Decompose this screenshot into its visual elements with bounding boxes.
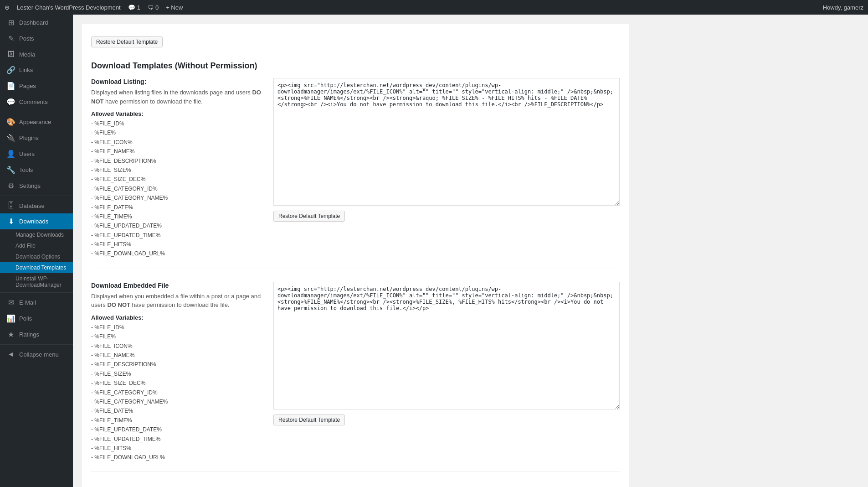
admin-bar: ⊕ Lester Chan's WordPress Development 💬 … (0, 0, 868, 15)
polls-icon: 📊 (6, 314, 15, 323)
submenu-label-download-templates: Download Templates (15, 264, 66, 271)
template-left-listing: Download Listing: Displayed when listing… (91, 78, 264, 259)
sidebar-label-polls: Polls (19, 315, 32, 322)
sidebar-separator-4 (0, 344, 73, 345)
tools-icon: 🔧 (6, 166, 15, 174)
variables-label-listing: Allowed Variables: (91, 110, 264, 117)
submenu-item-download-templates[interactable]: Download Templates (0, 262, 73, 273)
template-block-listing: Download Listing: Displayed when listing… (91, 78, 620, 268)
submenu-item-download-options[interactable]: Download Options (0, 251, 73, 262)
restore-button-listing[interactable]: Restore Default Template (273, 211, 345, 222)
sidebar-label-pages: Pages (19, 83, 36, 89)
discussion-count: 0 (155, 4, 159, 11)
desc-before-listing: Displayed when listing files in the down… (91, 89, 252, 96)
sidebar-label-ratings: Ratings (19, 331, 39, 338)
variables-list-listing: - %FILE_ID% - %FILE% - %FILE_ICON% - %FI… (91, 119, 264, 259)
admin-sidebar: ⊞ Dashboard ✎ Posts 🖼 Media 🔗 Links 📄 Pa… (0, 15, 73, 487)
template-textarea-embedded[interactable] (273, 282, 620, 409)
sidebar-item-links[interactable]: 🔗 Links (0, 62, 73, 78)
appearance-icon: 🎨 (6, 118, 15, 126)
sidebar-label-database: Database (19, 202, 45, 209)
template-right-listing: Restore Default Template (273, 78, 620, 259)
sidebar-label-downloads: Downloads (19, 218, 48, 225)
sidebar-label-posts: Posts (19, 35, 34, 42)
block-description-embedded: Displayed when you embedded a file withi… (91, 292, 264, 310)
sidebar-item-downloads[interactable]: ⬇ Downloads (0, 213, 73, 229)
sidebar-label-links: Links (19, 67, 33, 73)
sidebar-item-media[interactable]: 🖼 Media (0, 47, 73, 62)
users-icon: 👤 (6, 150, 15, 158)
site-name-label: Lester Chan's WordPress Development (17, 4, 121, 11)
desc-after-listing: have permission to download the file. (103, 98, 203, 105)
variables-list-embedded: - %FILE_ID% - %FILE% - %FILE_ICON% - %FI… (91, 323, 264, 462)
comments-bar[interactable]: 💬 1 (128, 4, 140, 11)
block-heading-listing: Download Listing: (91, 78, 264, 85)
template-block-embedded: Download Embedded File Displayed when yo… (91, 282, 620, 472)
sidebar-label-tools: Tools (19, 166, 33, 173)
sidebar-label-media: Media (19, 51, 35, 58)
submenu-label-uninstall: Uninstall WP-DownloadManager (15, 275, 62, 288)
sidebar-label-users: Users (19, 150, 35, 157)
restore-button-embedded[interactable]: Restore Default Template (273, 414, 345, 425)
submenu-item-add-file[interactable]: Add File (0, 240, 73, 251)
plugins-icon: 🔌 (6, 134, 15, 142)
database-icon: 🗄 (6, 202, 15, 210)
new-content-bar[interactable]: + New (166, 4, 183, 11)
sidebar-label-appearance: Appearance (19, 119, 51, 125)
sidebar-item-posts[interactable]: ✎ Posts (0, 31, 73, 47)
site-name-bar[interactable]: Lester Chan's WordPress Development (17, 4, 121, 11)
media-icon: 🖼 (6, 50, 15, 58)
sidebar-separator-2 (0, 196, 73, 196)
block-description-listing: Displayed when listing files in the down… (91, 88, 264, 106)
discussion-bar[interactable]: 🗨 0 (148, 4, 159, 11)
sidebar-item-appearance[interactable]: 🎨 Appearance (0, 114, 73, 130)
comments-count: 1 (137, 4, 140, 11)
wp-icon: ⊕ (5, 4, 10, 11)
desc-after-embedded: have permission to download the file. (130, 301, 230, 308)
sidebar-item-comments[interactable]: 💬 Comments (0, 94, 73, 110)
sidebar-item-polls[interactable]: 📊 Polls (0, 311, 73, 326)
downloads-icon: ⬇ (6, 217, 15, 226)
sidebar-item-plugins[interactable]: 🔌 Plugins (0, 130, 73, 146)
submenu-label-add-file: Add File (15, 243, 36, 249)
template-left-embedded: Download Embedded File Displayed when yo… (91, 282, 264, 462)
variables-label-embedded: Allowed Variables: (91, 314, 264, 321)
block-heading-embedded: Download Embedded File (91, 282, 264, 289)
sidebar-separator-3 (0, 292, 73, 293)
top-restore-button[interactable]: Restore Default Template (91, 36, 163, 47)
wp-logo[interactable]: ⊕ (5, 4, 10, 11)
sidebar-label-settings: Settings (19, 182, 41, 189)
settings-icon: ⚙ (6, 181, 15, 190)
desc-strong-embedded: DO NOT (107, 301, 130, 308)
sidebar-label-email: E-Mail (19, 299, 36, 306)
collapse-menu-button[interactable]: ◄ Collapse menu (0, 347, 73, 362)
sidebar-label-dashboard: Dashboard (19, 19, 48, 26)
submenu-label-download-options: Download Options (15, 254, 60, 260)
comments-icon: 💬 (6, 98, 15, 106)
sidebar-item-settings[interactable]: ⚙ Settings (0, 178, 73, 194)
sidebar-label-plugins: Plugins (19, 135, 39, 141)
links-icon: 🔗 (6, 66, 15, 74)
collapse-label: Collapse menu (19, 351, 59, 358)
main-content: Restore Default Template Download Templa… (73, 15, 868, 487)
sidebar-item-dashboard[interactable]: ⊞ Dashboard (0, 15, 73, 31)
posts-icon: ✎ (6, 34, 15, 43)
collapse-icon: ◄ (6, 350, 15, 358)
email-icon: ✉ (6, 298, 15, 307)
sidebar-item-tools[interactable]: 🔧 Tools (0, 162, 73, 178)
dashboard-icon: ⊞ (6, 18, 15, 27)
template-right-embedded: Restore Default Template (273, 282, 620, 462)
sidebar-item-users[interactable]: 👤 Users (0, 146, 73, 162)
submenu-item-uninstall[interactable]: Uninstall WP-DownloadManager (0, 273, 73, 290)
submenu-label-manage-downloads: Manage Downloads (15, 232, 64, 238)
sidebar-item-email[interactable]: ✉ E-Mail (0, 295, 73, 311)
sidebar-separator-1 (0, 112, 73, 112)
submenu-item-manage-downloads[interactable]: Manage Downloads (0, 229, 73, 240)
ratings-icon: ★ (6, 330, 15, 339)
template-textarea-listing[interactable] (273, 78, 620, 206)
pages-icon: 📄 (6, 82, 15, 90)
comment-icon: 💬 (128, 4, 135, 11)
sidebar-item-ratings[interactable]: ★ Ratings (0, 326, 73, 342)
sidebar-item-database[interactable]: 🗄 Database (0, 198, 73, 213)
sidebar-item-pages[interactable]: 📄 Pages (0, 78, 73, 94)
